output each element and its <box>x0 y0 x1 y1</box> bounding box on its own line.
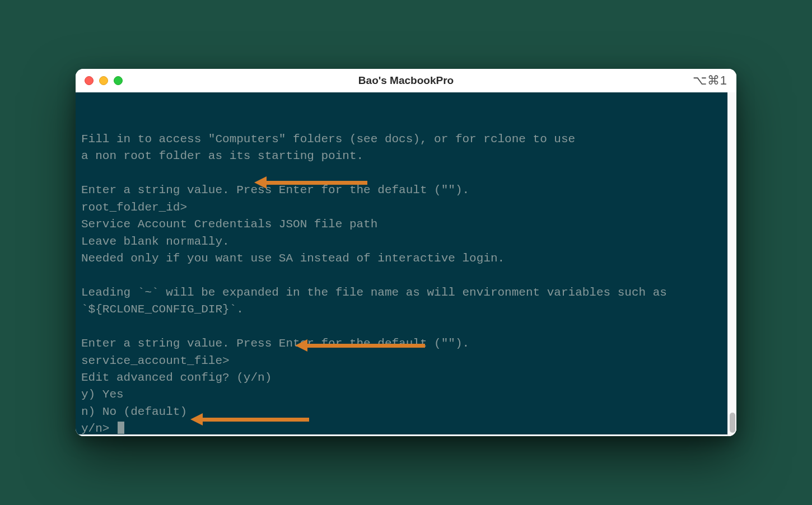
window-titlebar[interactable]: Bao's MacbookPro ⌥⌘1 <box>76 69 736 92</box>
close-button[interactable] <box>85 76 94 85</box>
minimize-button[interactable] <box>99 76 108 85</box>
keyboard-shortcut-label: ⌥⌘1 <box>693 73 727 88</box>
terminal-line: Fill in to access "Computers" folders (s… <box>81 131 727 148</box>
terminal-line: Needed only if you want use SA instead o… <box>81 250 727 267</box>
terminal-output[interactable]: Fill in to access "Computers" folders (s… <box>76 92 735 434</box>
maximize-button[interactable] <box>114 76 123 85</box>
scrollbar-thumb[interactable] <box>730 413 735 433</box>
terminal-line: Leading `~` will be expanded in the file… <box>81 284 727 301</box>
terminal-line: Service Account Credentials JSON file pa… <box>81 216 727 233</box>
terminal-line <box>81 319 727 335</box>
cursor <box>118 422 124 434</box>
terminal-line: Enter a string value. Press Enter for th… <box>81 335 727 352</box>
traffic-lights <box>85 76 123 85</box>
terminal-line <box>81 267 727 284</box>
terminal-line: y/n> <box>81 420 727 434</box>
terminal-container: Fill in to access "Computers" folders (s… <box>76 92 736 436</box>
terminal-line: y) Yes <box>81 386 727 403</box>
terminal-line: root_folder_id> <box>81 199 727 216</box>
terminal-line: `${RCLONE_CONFIG_DIR}`. <box>81 301 727 318</box>
terminal-line: n) No (default) <box>81 404 727 420</box>
terminal-line: Edit advanced config? (y/n) <box>81 370 727 386</box>
terminal-window: Bao's MacbookPro ⌥⌘1 Fill in to access "… <box>76 69 736 436</box>
terminal-line: a non root folder as its starting point. <box>81 148 727 165</box>
terminal-line <box>81 165 727 182</box>
window-title: Bao's MacbookPro <box>76 74 736 87</box>
terminal-line: Enter a string value. Press Enter for th… <box>81 182 727 199</box>
terminal-line: Leave blank normally. <box>81 233 727 250</box>
terminal-line: service_account_file> <box>81 353 727 370</box>
scrollbar-track[interactable] <box>727 92 736 436</box>
